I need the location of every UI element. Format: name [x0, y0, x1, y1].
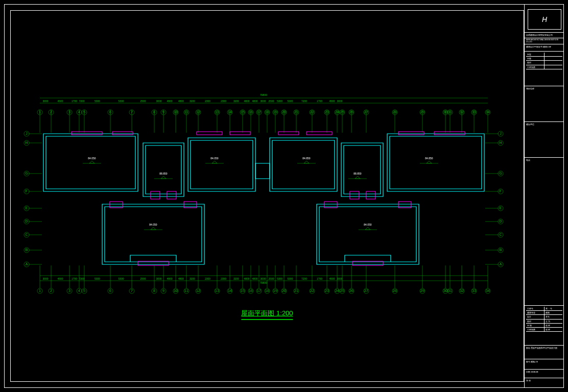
svg-text:32: 32 — [460, 289, 464, 292]
svg-rect-275 — [398, 132, 424, 135]
svg-text:12: 12 — [196, 110, 200, 114]
svg-text:19: 19 — [273, 110, 277, 114]
svg-text:31: 31 — [448, 289, 452, 292]
svg-text:8: 8 — [153, 110, 155, 114]
svg-text:3200: 3200 — [233, 277, 239, 280]
svg-text:2500: 2500 — [268, 277, 274, 280]
svg-text:E: E — [500, 206, 502, 210]
svg-text:3000: 3000 — [260, 277, 266, 280]
company-cn: 合肥建筑设计研究院有限公司 — [525, 32, 564, 37]
svg-text:33: 33 — [472, 289, 476, 292]
svg-text:33: 33 — [472, 110, 476, 114]
svg-text:1700: 1700 — [317, 277, 322, 280]
svg-text:J: J — [26, 132, 28, 135]
svg-text:H: H — [499, 141, 502, 144]
svg-text:4800: 4800 — [252, 277, 257, 280]
svg-text:6: 6 — [109, 110, 111, 114]
svg-text:4500: 4500 — [329, 100, 335, 103]
svg-text:19: 19 — [273, 289, 277, 292]
sheet: 第 张 — [525, 378, 564, 383]
svg-text:C: C — [25, 233, 28, 236]
svg-text:24: 24 — [335, 289, 339, 292]
svg-text:17: 17 — [257, 289, 261, 292]
svg-text:1: 1 — [39, 110, 41, 114]
svg-text:3200: 3200 — [190, 277, 195, 280]
svg-text:7200: 7200 — [79, 100, 84, 103]
svg-text:5300: 5300 — [118, 277, 124, 280]
svg-text:5300: 5300 — [287, 277, 293, 280]
svg-text:2300: 2300 — [205, 100, 210, 103]
svg-text:28: 28 — [393, 110, 397, 114]
svg-text:5: 5 — [83, 289, 85, 292]
svg-text:21: 21 — [294, 289, 298, 292]
svg-text:4: 4 — [78, 110, 80, 114]
svg-rect-276 — [434, 132, 465, 135]
svg-text:27: 27 — [364, 110, 368, 114]
svg-text:18: 18 — [265, 110, 269, 114]
dname-label: 图名 — [526, 347, 530, 349]
svg-text:7: 7 — [131, 289, 133, 292]
svg-text:25: 25 — [340, 110, 344, 114]
svg-text:15: 15 — [241, 110, 245, 114]
svg-text:22: 22 — [310, 289, 314, 292]
svg-text:15: 15 — [241, 289, 245, 292]
svg-text:11: 11 — [184, 110, 188, 114]
svg-text:28: 28 — [393, 289, 397, 292]
svg-text:4800: 4800 — [244, 100, 249, 103]
svg-text:8: 8 — [153, 289, 155, 292]
svg-text:1700: 1700 — [72, 100, 77, 103]
svg-text:26: 26 — [349, 110, 353, 114]
svg-text:B: B — [500, 248, 502, 252]
svg-text:2: 2 — [50, 289, 52, 292]
svg-text:79800: 79800 — [260, 93, 267, 96]
svg-text:7200: 7200 — [301, 277, 307, 280]
svg-text:3000: 3000 — [42, 100, 48, 103]
svg-text:84.850: 84.850 — [302, 157, 311, 160]
svg-text:25: 25 — [340, 289, 344, 292]
svg-text:16: 16 — [249, 289, 253, 292]
svg-text:23: 23 — [325, 110, 329, 114]
svg-rect-273 — [350, 191, 359, 199]
svg-text:23: 23 — [325, 289, 329, 292]
titleblock: H 合肥建筑设计研究院有限公司 HEFEI ARCHITECTURAL DESI… — [524, 4, 564, 388]
svg-text:84.050: 84.050 — [364, 223, 372, 226]
svg-text:14: 14 — [228, 110, 232, 114]
svg-text:4800: 4800 — [244, 277, 249, 280]
svg-rect-272 — [306, 132, 332, 135]
svg-text:3200: 3200 — [190, 100, 195, 103]
svg-text:5300: 5300 — [94, 100, 100, 103]
svg-text:H: H — [25, 141, 28, 144]
date-label: 日期 — [526, 371, 530, 373]
svg-text:4500: 4500 — [57, 100, 63, 103]
svg-text:3000: 3000 — [156, 277, 161, 280]
svg-text:5300: 5300 — [277, 100, 282, 103]
svg-text:34: 34 — [486, 289, 490, 292]
svg-text:9: 9 — [162, 110, 164, 114]
svg-text:88.850: 88.850 — [159, 172, 168, 175]
dname: 屋面平面图和单元平面放大图 — [531, 347, 557, 349]
svg-text:84.050: 84.050 — [88, 157, 96, 160]
svg-text:2500: 2500 — [140, 100, 146, 103]
svg-text:7200: 7200 — [301, 100, 307, 103]
cert: 建筑设计甲级证书 建筑工程 — [525, 44, 564, 49]
svg-text:29: 29 — [420, 289, 424, 292]
svg-text:4800: 4800 — [178, 100, 184, 103]
svg-text:4800: 4800 — [167, 100, 172, 103]
svg-text:G: G — [499, 172, 502, 175]
svg-text:C: C — [499, 233, 502, 236]
svg-text:J: J — [500, 132, 502, 135]
svg-text:3200: 3200 — [233, 100, 239, 103]
location-label: 地点 — [525, 157, 564, 162]
svg-text:7200: 7200 — [79, 277, 84, 280]
svg-text:11: 11 — [184, 289, 188, 292]
svg-text:20: 20 — [282, 289, 286, 292]
svg-text:2300: 2300 — [205, 277, 210, 280]
svg-text:5: 5 — [83, 110, 85, 114]
proj-grid: 审定 审核 校对 工程负责 — [526, 53, 562, 69]
svg-text:13: 13 — [215, 110, 219, 114]
svg-text:4800: 4800 — [178, 277, 184, 280]
svg-text:D: D — [25, 219, 28, 223]
svg-text:24: 24 — [335, 110, 339, 114]
svg-text:4800: 4800 — [167, 277, 172, 280]
svg-text:27: 27 — [364, 289, 368, 292]
